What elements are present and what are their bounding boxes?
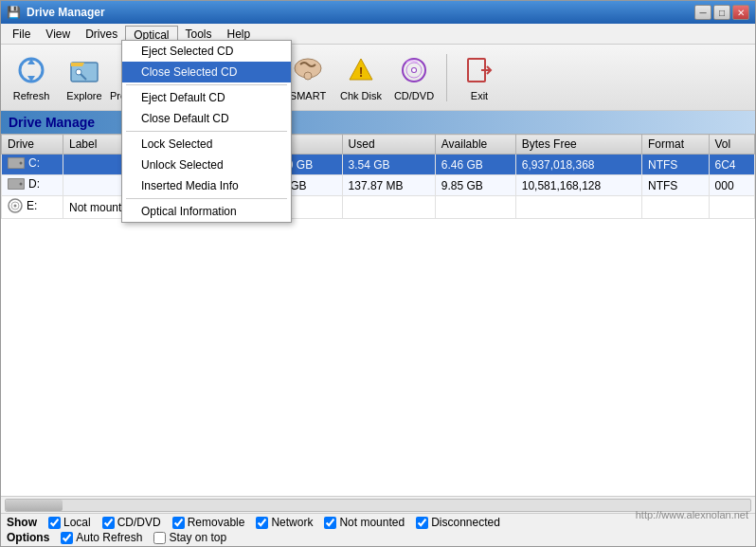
- window-title: Drive Manager: [27, 6, 105, 19]
- svg-point-23: [20, 183, 23, 186]
- disconnected-checkbox-input[interactable]: [416, 517, 428, 529]
- watermark: http://www.alexnolan.net: [636, 509, 748, 520]
- svg-point-20: [20, 162, 23, 165]
- cell-available: 9.85 GB: [435, 175, 515, 196]
- col-vol[interactable]: Vol: [709, 135, 754, 155]
- table-row[interactable]: D: 9.99 GB 137.87 MB 9.85 GB 10,581,168,…: [2, 175, 755, 196]
- stay-on-top-checkbox[interactable]: Stay on top: [153, 531, 226, 544]
- cell-used: 137.87 MB: [342, 175, 435, 196]
- cell-drive: D:: [2, 175, 63, 196]
- cell-drive: E:: [2, 196, 63, 219]
- cell-vol: [709, 196, 754, 219]
- cddvd-checkbox-input[interactable]: [102, 517, 115, 529]
- exit-label: Exit: [471, 90, 488, 101]
- drive-table[interactable]: Drive Label itional Info Size Used Avail…: [1, 134, 755, 496]
- options-label: Options: [7, 531, 49, 544]
- refresh-label: Refresh: [13, 90, 50, 101]
- show-disconnected-checkbox[interactable]: Disconnected: [416, 516, 500, 529]
- cell-format: NTFS: [642, 175, 710, 196]
- cell-bytesfree: [515, 196, 641, 219]
- smart-label: SMART: [290, 90, 326, 101]
- drives-table: Drive Label itional Info Size Used Avail…: [1, 134, 755, 219]
- show-notmounted-checkbox[interactable]: Not mounted: [324, 516, 405, 529]
- show-cddvd-checkbox[interactable]: CD/DVD: [102, 516, 161, 529]
- menu-eject-default-cd[interactable]: Eject Default CD: [122, 87, 291, 108]
- toolbar-chkdisk-button[interactable]: ! Chk Disk: [336, 50, 386, 105]
- stayontop-checkbox-input[interactable]: [153, 532, 166, 544]
- exit-icon: [462, 53, 496, 87]
- explore-label: Explore: [66, 90, 101, 101]
- show-label: Show: [7, 516, 37, 529]
- network-checkbox-input[interactable]: [256, 517, 268, 529]
- col-available[interactable]: Available: [435, 135, 515, 155]
- menu-lock-selected[interactable]: Lock Selected: [122, 134, 291, 155]
- toolbar: Refresh Explore i: [1, 45, 755, 111]
- menu-file[interactable]: File: [5, 26, 38, 42]
- table-row[interactable]: E: Not mounted -RW: [2, 196, 755, 219]
- content-area: Drive Manage Drive Label itional Info Si…: [1, 111, 755, 513]
- app-title: Drive Manage: [1, 111, 755, 134]
- toolbar-explore-button[interactable]: Explore: [60, 50, 109, 105]
- svg-point-16: [412, 68, 416, 72]
- autorefresh-checkbox-input[interactable]: [61, 532, 73, 544]
- close-button[interactable]: ✕: [732, 5, 749, 20]
- title-bar-controls: ─ □ ✕: [694, 5, 749, 20]
- col-bytesfree[interactable]: Bytes Free: [515, 135, 641, 155]
- chkdisk-icon: !: [344, 53, 378, 87]
- cddvd-label: CD/DVD: [394, 90, 434, 101]
- cell-vol: 6C4: [709, 155, 754, 175]
- show-network-checkbox[interactable]: Network: [256, 516, 313, 529]
- cell-available: [435, 196, 515, 219]
- menu-eject-selected-cd[interactable]: Eject Selected CD: [122, 41, 291, 62]
- menu-unlock-selected[interactable]: Unlock Selected: [122, 155, 291, 175]
- title-bar-left: 💾 Drive Manager: [7, 6, 105, 19]
- cell-used: [342, 196, 435, 219]
- main-window: 💾 Drive Manager ─ □ ✕ File View Drives O…: [0, 0, 756, 547]
- chkdisk-label: Chk Disk: [340, 90, 382, 101]
- explore-icon: [67, 53, 101, 87]
- menu-inserted-media-info[interactable]: Inserted Media Info: [122, 175, 291, 196]
- toolbar-cddvd-button[interactable]: CD/DVD: [389, 50, 439, 105]
- separator-1: [126, 84, 287, 85]
- menu-optical-information[interactable]: Optical Information: [122, 201, 291, 222]
- svg-text:!: !: [359, 64, 364, 80]
- col-used[interactable]: Used: [342, 135, 435, 155]
- toolbar-separator: [446, 54, 447, 101]
- svg-point-11: [304, 72, 312, 80]
- table-row[interactable]: C: 10.00 GB 3.54 GB 6.46 GB 6,937,018,36…: [2, 155, 755, 175]
- svg-point-26: [14, 205, 17, 208]
- title-bar: 💾 Drive Manager ─ □ ✕: [1, 1, 755, 24]
- menu-close-selected-cd[interactable]: Close Selected CD: [122, 62, 291, 82]
- separator-2: [126, 131, 287, 132]
- cell-bytesfree: 6,937,018,368: [515, 155, 641, 175]
- smart-icon: [291, 53, 325, 87]
- show-local-checkbox[interactable]: Local: [48, 516, 91, 529]
- show-removable-checkbox[interactable]: Removable: [172, 516, 245, 529]
- auto-refresh-checkbox[interactable]: Auto Refresh: [61, 531, 142, 544]
- optical-dropdown-menu: Eject Selected CD Close Selected CD Ejec…: [121, 40, 292, 223]
- cell-available: 6.46 GB: [435, 155, 515, 175]
- local-checkbox-input[interactable]: [48, 517, 61, 529]
- cddvd-icon: [397, 53, 431, 87]
- col-drive[interactable]: Drive: [2, 135, 63, 155]
- minimize-button[interactable]: ─: [694, 5, 711, 20]
- cell-format: [642, 196, 710, 219]
- cell-format: NTFS: [642, 155, 710, 175]
- app-icon: 💾: [7, 6, 21, 19]
- maximize-button[interactable]: □: [713, 5, 730, 20]
- toolbar-refresh-button[interactable]: Refresh: [7, 50, 56, 105]
- menu-drives[interactable]: Drives: [78, 26, 125, 42]
- notmounted-checkbox-input[interactable]: [324, 517, 336, 529]
- refresh-icon: [14, 53, 48, 87]
- menu-view[interactable]: View: [38, 26, 78, 42]
- menu-close-default-cd[interactable]: Close Default CD: [122, 108, 291, 129]
- separator-3: [126, 198, 287, 199]
- cell-used: 3.54 GB: [342, 155, 435, 175]
- removable-checkbox-input[interactable]: [172, 517, 185, 529]
- toolbar-exit-button[interactable]: Exit: [455, 50, 504, 105]
- col-format[interactable]: Format: [642, 135, 710, 155]
- cell-vol: 000: [709, 175, 754, 196]
- cell-bytesfree: 10,581,168,128: [515, 175, 641, 196]
- cell-drive: C:: [2, 155, 63, 175]
- menu-bar: File View Drives Optical Tools Help: [1, 24, 755, 45]
